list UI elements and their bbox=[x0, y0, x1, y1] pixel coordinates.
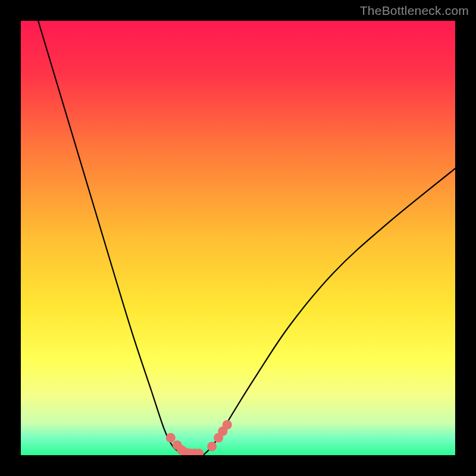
marker-point bbox=[223, 420, 232, 430]
watermark-text: TheBottleneck.com bbox=[360, 4, 469, 18]
chart-container: TheBottleneck.com bbox=[0, 0, 476, 476]
marker-point bbox=[166, 433, 176, 443]
marker-point bbox=[207, 441, 217, 451]
plot-area bbox=[21, 21, 455, 455]
gradient-background bbox=[21, 21, 455, 455]
chart-svg bbox=[21, 21, 455, 455]
